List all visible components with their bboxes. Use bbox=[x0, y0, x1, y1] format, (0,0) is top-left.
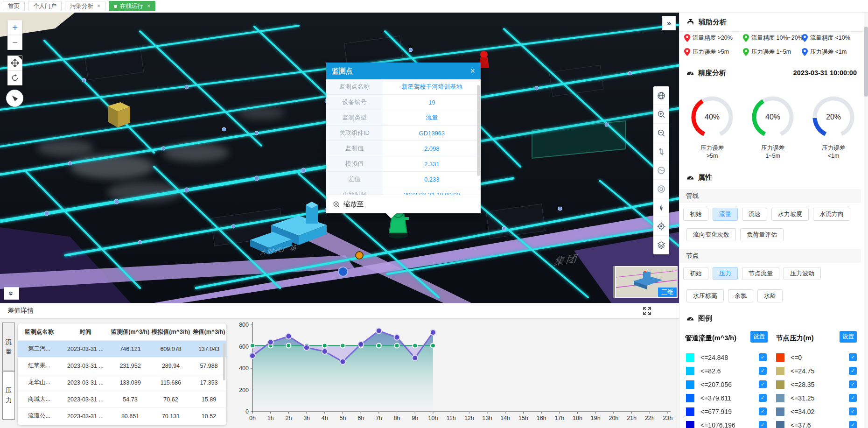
wave-tool-button[interactable] bbox=[653, 161, 669, 180]
attr-button-负荷量评估[interactable]: 负荷量评估 bbox=[740, 228, 784, 241]
table-cell: 15.89 bbox=[191, 396, 226, 403]
zoom-in-button[interactable]: + bbox=[7, 20, 22, 35]
sidebar-scrollbar-track[interactable] bbox=[864, 13, 868, 428]
close-icon[interactable]: × bbox=[470, 67, 475, 75]
attr-button-水力坡度[interactable]: 水力坡度 bbox=[771, 208, 809, 221]
layers-tool-button[interactable] bbox=[653, 236, 669, 254]
svg-text:400: 400 bbox=[239, 365, 249, 372]
fullscreen-icon[interactable] bbox=[643, 307, 651, 315]
pin-legend-item: 压力误差 >5m bbox=[684, 48, 729, 56]
checkbox-checked[interactable]: ✓ bbox=[849, 380, 857, 388]
gauge-3: 20%压力误差<1m bbox=[809, 93, 858, 160]
metric-tab-压力[interactable]: 压力 bbox=[2, 371, 15, 420]
tab-label: 首页 bbox=[8, 2, 20, 10]
pin-legend-item: 流量精度 <10% bbox=[802, 34, 850, 42]
table-row[interactable]: 商城大...2023-03-31 ...54.7370.6215.89 bbox=[18, 391, 226, 407]
attr-button-压力[interactable]: 压力 bbox=[713, 267, 738, 280]
table-cell: 609.078 bbox=[150, 346, 191, 352]
table-scrollbar[interactable] bbox=[223, 343, 225, 380]
gauge-icon bbox=[686, 315, 694, 323]
minimap-3d-label[interactable]: 三维 bbox=[658, 288, 677, 297]
checkbox-checked[interactable]: ✓ bbox=[759, 367, 767, 375]
table-cell: 17.353 bbox=[191, 379, 226, 386]
attr-button-流速[interactable]: 流速 bbox=[742, 208, 767, 221]
legend-column-title: 管道流量(m^3/h) bbox=[685, 334, 736, 343]
accuracy-gauges: 40%压力误差>5m40%压力误差1~5m20%压力误差<1m bbox=[679, 93, 865, 163]
attr-button-初始[interactable]: 初始 bbox=[683, 267, 708, 280]
checkbox-checked[interactable]: ✓ bbox=[759, 407, 767, 415]
legend-item: <=0 bbox=[776, 352, 802, 363]
attr-button-水压标高[interactable]: 水压标高 bbox=[686, 289, 724, 302]
gauge-percent: 40% bbox=[749, 113, 797, 121]
close-icon[interactable]: × bbox=[97, 3, 100, 9]
attr-button-节点流量[interactable]: 节点流量 bbox=[742, 267, 779, 280]
svg-text:12h: 12h bbox=[464, 415, 474, 421]
tab-label: 在线运行 bbox=[120, 2, 143, 10]
minimap[interactable]: 三维 bbox=[615, 266, 678, 298]
attr-button-row: 初始流量流速水力坡度水流方向 bbox=[683, 208, 850, 221]
attr-button-row: 水压标高余氯水龄 bbox=[686, 289, 783, 302]
zoom-out-button[interactable]: − bbox=[7, 35, 22, 50]
close-icon[interactable]: × bbox=[147, 3, 150, 9]
legend-item-label: <=24.75 bbox=[791, 367, 814, 375]
tab-污染分析[interactable]: 污染分析× bbox=[65, 1, 105, 11]
checkbox-checked[interactable]: ✓ bbox=[849, 421, 857, 428]
attr-button-流量[interactable]: 流量 bbox=[713, 208, 738, 221]
map-toolbar bbox=[653, 86, 669, 254]
checkbox-checked[interactable]: ✓ bbox=[849, 353, 857, 361]
checkbox-checked[interactable]: ✓ bbox=[849, 394, 857, 402]
table-row[interactable]: 流潭公...2023-03-31 ...80.65170.13110.52 bbox=[18, 407, 226, 424]
zoom-out-tool-button[interactable] bbox=[653, 124, 669, 142]
svg-text:23h: 23h bbox=[663, 415, 673, 421]
checkbox-checked[interactable]: ✓ bbox=[849, 367, 857, 375]
checkbox-checked[interactable]: ✓ bbox=[849, 407, 857, 415]
metric-tab-流量[interactable]: 流量 bbox=[2, 323, 15, 371]
tab-label: 个人门户 bbox=[33, 2, 56, 10]
compass-button[interactable] bbox=[6, 90, 23, 107]
zoom-to-button[interactable]: 缩放至 bbox=[326, 195, 481, 213]
legend-item: <=31.25 bbox=[776, 393, 814, 403]
attr-button-水流方向[interactable]: 水流方向 bbox=[813, 208, 850, 221]
north-tool-button[interactable] bbox=[653, 198, 669, 217]
tab-在线运行[interactable]: 在线运行× bbox=[109, 1, 155, 11]
pin-legend-item: 压力误差 <1m bbox=[802, 48, 847, 56]
svg-text:5h: 5h bbox=[340, 415, 346, 421]
tab-个人门户[interactable]: 个人门户 bbox=[28, 1, 62, 11]
settings-button[interactable]: 设置 bbox=[840, 331, 857, 343]
collapse-bottom-button[interactable]: » bbox=[4, 287, 19, 300]
checkbox-checked[interactable]: ✓ bbox=[759, 353, 767, 361]
attr-button-流向变化次数[interactable]: 流向变化次数 bbox=[686, 228, 736, 241]
locate-tool-button[interactable] bbox=[653, 217, 669, 236]
legend-item-label: <=34.02 bbox=[791, 408, 814, 415]
table-row[interactable]: 龙华山...2023-03-31 ...133.039115.68617.353 bbox=[18, 374, 226, 391]
table-row[interactable]: 第二汽...2023-03-31 ...746.121609.078137.04… bbox=[18, 340, 226, 357]
tab-首页[interactable]: 首页 bbox=[3, 1, 25, 11]
settings-button[interactable]: 设置 bbox=[750, 331, 768, 343]
table-cell: 133.039 bbox=[110, 379, 150, 386]
concentric-circles-icon bbox=[657, 185, 665, 193]
attr-button-压力波动[interactable]: 压力波动 bbox=[784, 267, 821, 280]
checkbox-checked[interactable]: ✓ bbox=[759, 421, 767, 428]
attr-button-水龄[interactable]: 水龄 bbox=[757, 289, 783, 302]
target-tool-button[interactable] bbox=[653, 180, 669, 198]
map-3d-scene[interactable]: 大时代广场 集团 + − » » bbox=[0, 13, 679, 303]
gauge-label: 压力误差1~5m bbox=[749, 144, 797, 160]
color-swatch bbox=[686, 353, 694, 362]
double-chevron-right-icon: » bbox=[667, 19, 671, 28]
popup-field-label: 差值 bbox=[326, 172, 383, 187]
attr-button-初始[interactable]: 初始 bbox=[683, 208, 708, 221]
gauge-percent: 20% bbox=[809, 113, 858, 121]
sidebar-scrollbar-thumb[interactable] bbox=[864, 27, 868, 97]
zoom-in-tool-button[interactable] bbox=[653, 105, 669, 124]
pan-button[interactable] bbox=[7, 56, 22, 70]
globe-tool-button[interactable] bbox=[653, 86, 669, 105]
popup-scrollbar[interactable] bbox=[477, 85, 480, 176]
collapse-sidebar-button[interactable]: » bbox=[662, 16, 676, 30]
checkbox-checked[interactable]: ✓ bbox=[759, 380, 767, 388]
table-cell: 70.62 bbox=[150, 396, 191, 403]
rotate-button[interactable] bbox=[7, 70, 22, 85]
table-row[interactable]: 红苹果...2023-03-31 ...231.952289.9457.988 bbox=[18, 357, 226, 374]
attr-button-余氯[interactable]: 余氯 bbox=[728, 289, 753, 302]
swap-tool-button[interactable] bbox=[653, 142, 669, 161]
checkbox-checked[interactable]: ✓ bbox=[759, 394, 767, 402]
